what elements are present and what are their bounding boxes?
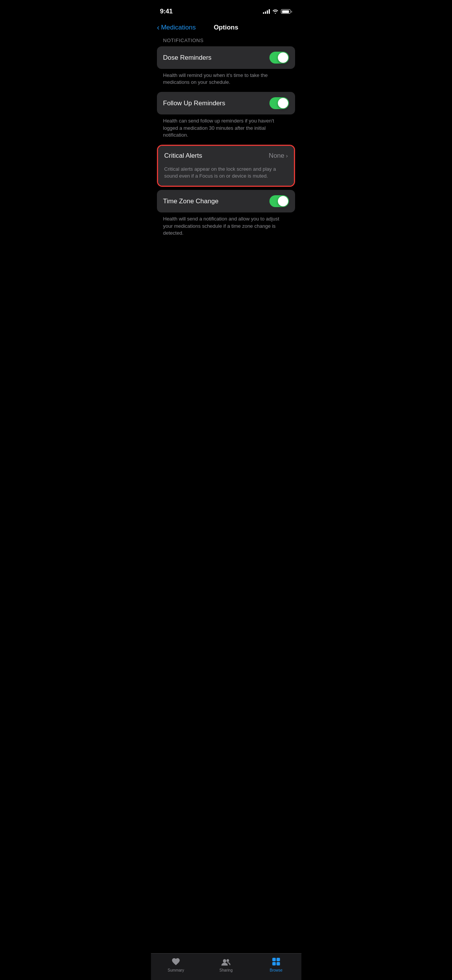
critical-alerts-group: Critical Alerts None › Critical alerts a… (157, 145, 295, 187)
chevron-right-icon: › (286, 152, 288, 159)
follow-up-reminders-row-container: Follow Up Reminders (157, 92, 295, 114)
critical-alerts-value-container: None › (269, 152, 288, 160)
time-zone-change-group: Time Zone Change Health will send a noti… (157, 190, 295, 237)
follow-up-reminders-row[interactable]: Follow Up Reminders (157, 92, 295, 114)
dose-reminders-group: Dose Reminders Health will remind you wh… (157, 46, 295, 86)
time-zone-change-label: Time Zone Change (163, 198, 269, 205)
back-button[interactable]: ‹ Medications (157, 23, 196, 32)
page-title: Options (214, 24, 238, 31)
time-zone-change-row[interactable]: Time Zone Change (157, 190, 295, 212)
critical-alerts-highlight-border: Critical Alerts None › Critical alerts a… (157, 145, 295, 187)
follow-up-reminders-description: Health can send follow up reminders if y… (163, 118, 289, 139)
toggle-thumb (278, 196, 288, 206)
critical-alerts-row[interactable]: Critical Alerts None › (158, 146, 294, 166)
follow-up-reminders-label: Follow Up Reminders (163, 100, 269, 107)
status-bar: 9:41 (151, 0, 301, 21)
back-chevron-icon: ‹ (157, 23, 160, 32)
dose-reminders-row[interactable]: Dose Reminders (157, 46, 295, 69)
dose-reminders-label: Dose Reminders (163, 54, 269, 62)
dose-reminders-row-container: Dose Reminders (157, 46, 295, 69)
wifi-icon (272, 9, 279, 14)
content-area: NOTIFICATIONS Dose Reminders Health will… (151, 38, 301, 237)
toggle-thumb (278, 52, 288, 63)
critical-alerts-inner: Critical Alerts None › Critical alerts a… (158, 146, 294, 186)
critical-alerts-description: Critical alerts appear on the lock scree… (164, 166, 288, 180)
back-label: Medications (161, 24, 196, 31)
dose-reminders-description: Health will remind you when it's time to… (163, 72, 289, 86)
status-icons (263, 9, 292, 14)
time-zone-change-description: Health will send a notification and allo… (163, 216, 289, 237)
toggle-thumb (278, 98, 288, 108)
signal-icon (263, 9, 270, 14)
status-time: 9:41 (160, 8, 173, 15)
follow-up-reminders-group: Follow Up Reminders Health can send foll… (157, 92, 295, 139)
dose-reminders-toggle[interactable] (269, 52, 289, 64)
time-zone-change-toggle[interactable] (269, 195, 289, 207)
time-zone-change-row-container: Time Zone Change (157, 190, 295, 212)
critical-alerts-value: None (269, 152, 284, 160)
follow-up-reminders-toggle[interactable] (269, 97, 289, 109)
battery-icon (281, 9, 292, 14)
nav-header: ‹ Medications Options (151, 21, 301, 38)
notifications-section-label: NOTIFICATIONS (163, 38, 295, 43)
critical-alerts-label: Critical Alerts (164, 152, 269, 160)
